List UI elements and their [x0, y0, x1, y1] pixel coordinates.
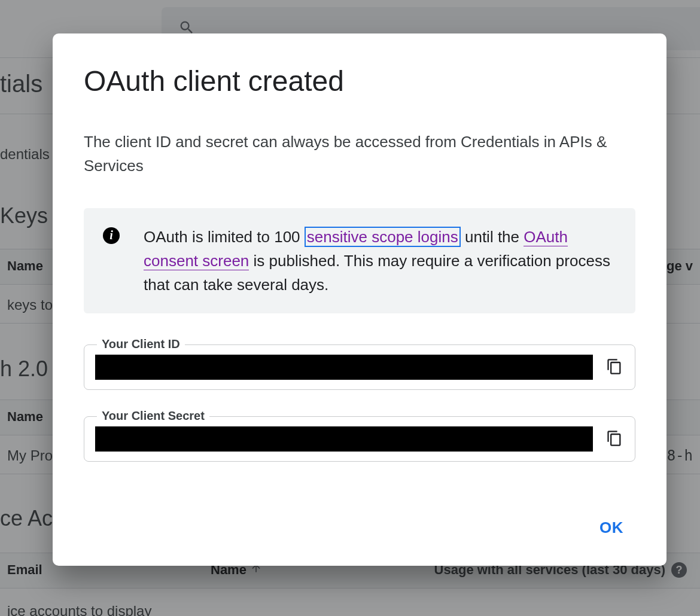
oauth-client-created-dialog: OAuth client created The client ID and s… — [53, 33, 666, 566]
copy-icon — [606, 430, 623, 449]
ok-button[interactable]: OK — [588, 511, 635, 544]
client-secret-value-redacted[interactable] — [95, 426, 593, 452]
client-id-value-redacted[interactable] — [95, 355, 593, 380]
info-callout: i OAuth is limited to 100 sensitive scop… — [84, 208, 635, 314]
copy-client-secret-button[interactable] — [604, 428, 625, 450]
dialog-subtitle: The client ID and secret can always be a… — [84, 130, 610, 178]
client-id-field: Your Client ID — [84, 344, 635, 390]
client-id-label: Your Client ID — [97, 337, 185, 351]
info-icon: i — [103, 225, 120, 297]
sensitive-scope-logins-link[interactable]: sensitive scope logins — [305, 227, 461, 247]
copy-client-id-button[interactable] — [604, 356, 625, 378]
client-secret-field: Your Client Secret — [84, 416, 635, 462]
dialog-actions: OK — [84, 497, 635, 544]
info-text-pre: OAuth is limited to 100 — [144, 228, 300, 246]
info-text: OAuth is limited to 100 sensitive scope … — [144, 225, 616, 297]
copy-icon — [606, 358, 623, 377]
client-secret-label: Your Client Secret — [97, 409, 209, 423]
dialog-title: OAuth client created — [84, 65, 635, 97]
info-text-mid: until the — [465, 228, 519, 246]
